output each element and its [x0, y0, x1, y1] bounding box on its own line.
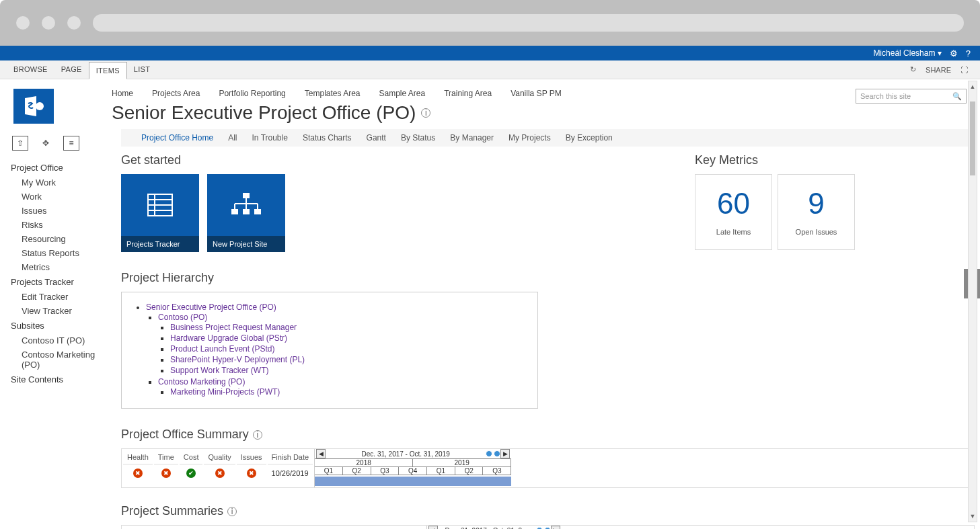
gantt-quarter: Q1 — [315, 467, 343, 475]
global-nav-item[interactable]: Templates Area — [305, 89, 361, 98]
nav-item[interactable]: Contoso IT (PO) — [11, 333, 112, 348]
search-icon[interactable]: 🔍 — [952, 92, 962, 101]
metric-value: 9 — [808, 189, 824, 218]
info-icon[interactable]: i — [227, 507, 237, 516]
doc-icon[interactable]: ≡ — [63, 136, 79, 151]
view-bar-item[interactable]: Status Charts — [303, 133, 352, 143]
gantt-next-icon[interactable]: ▶ — [500, 449, 510, 458]
svg-rect-6 — [243, 193, 250, 198]
hierarchy-link[interactable]: Marketing Mini-Projects (PWT) — [170, 387, 280, 397]
column-header[interactable]: Cost — [180, 450, 203, 464]
metric-label: Late Items — [716, 228, 751, 236]
global-nav-item[interactable]: Sample Area — [379, 89, 426, 98]
view-bar-item[interactable]: By Exception — [566, 133, 613, 143]
status-green-icon: ✔ — [186, 469, 196, 478]
view-bar-item[interactable]: By Manager — [450, 133, 494, 143]
gear-icon[interactable]: ⚙ — [950, 48, 958, 58]
column-header[interactable]: Issues — [237, 450, 266, 464]
share-button[interactable]: SHARE — [926, 66, 951, 74]
nav-item[interactable]: View Tracker — [11, 304, 112, 318]
nav-item[interactable]: My Work — [11, 175, 112, 190]
global-nav-item[interactable]: Portfolio Reporting — [219, 89, 285, 98]
scroll-up-icon[interactable]: ▲ — [969, 81, 977, 92]
fullscreen-icon[interactable]: ⛶ — [960, 66, 968, 74]
global-nav-item[interactable]: Training Area — [444, 89, 492, 98]
gantt-prev-icon[interactable]: ◀ — [428, 526, 438, 529]
sync-icon[interactable]: ↻ — [910, 65, 916, 74]
scroll-thumb[interactable] — [970, 101, 975, 175]
office-summary-title: Project Office Summary i — [121, 428, 975, 442]
nav-item[interactable]: Issues — [11, 204, 112, 218]
sharepoint-logo[interactable] — [13, 89, 54, 124]
ribbon-tab-page[interactable]: PAGE — [54, 61, 89, 79]
view-bar-item[interactable]: Project Office Home — [141, 133, 213, 143]
svg-rect-12 — [231, 209, 238, 214]
nav-item[interactable]: Metrics — [11, 260, 112, 274]
gantt-quarter: Q2 — [455, 467, 484, 475]
global-nav-item[interactable]: Projects Area — [152, 89, 200, 98]
column-header[interactable]: Quality — [204, 450, 235, 464]
hierarchy-link[interactable]: Contoso (PO) — [158, 313, 207, 322]
nav-item[interactable]: Status Reports — [11, 246, 112, 260]
metric-value: 60 — [717, 189, 750, 218]
hierarchy-link[interactable]: Contoso Marketing (PO) — [158, 377, 245, 386]
status-red-icon: ✖ — [161, 469, 171, 478]
ribbon-tab-browse[interactable]: BROWSE — [7, 61, 54, 79]
gantt-prev-icon[interactable]: ◀ — [316, 449, 326, 458]
tile-projects-tracker[interactable]: Projects Tracker — [121, 174, 199, 252]
move-icon[interactable]: ✥ — [38, 136, 54, 151]
global-nav-item[interactable]: Vanilla SP PM — [511, 89, 562, 98]
nav-section[interactable]: Projects Tracker — [11, 274, 112, 290]
search-placeholder: Search this site — [860, 92, 911, 100]
help-icon[interactable]: ? — [966, 48, 971, 58]
hierarchy-link[interactable]: SharePoint Hyper-V Deployment (PL) — [170, 355, 305, 364]
column-header[interactable]: Finish Date — [268, 450, 313, 464]
nav-section[interactable]: Subsites — [11, 318, 112, 333]
svg-rect-13 — [243, 209, 250, 214]
key-metrics-title: Key Metrics — [695, 153, 975, 167]
hierarchy-link[interactable]: Business Project Request Manager — [170, 323, 297, 332]
hierarchy-link[interactable]: Product Launch Event (PStd) — [170, 344, 274, 354]
info-icon[interactable]: i — [253, 430, 262, 440]
ribbon-tab-list[interactable]: LIST — [127, 61, 157, 79]
user-menu[interactable]: Micheál Clesham ▾ — [873, 48, 941, 58]
info-icon[interactable]: i — [421, 108, 430, 118]
column-header[interactable]: Time — [154, 450, 178, 464]
hierarchy-link[interactable]: Hardware Upgrade Global (PStr) — [170, 333, 287, 343]
page-title-text: Senior Executive Project Office (PO) — [112, 102, 416, 124]
vertical-scrollbar[interactable]: ▲ ▼ — [968, 81, 977, 522]
browser-dot — [67, 16, 81, 30]
nav-item[interactable]: Resourcing — [11, 232, 112, 246]
upload-icon[interactable]: ⇧ — [12, 136, 28, 151]
ribbon-tab-items[interactable]: ITEMS — [89, 62, 127, 79]
global-nav-item[interactable]: Home — [112, 89, 133, 98]
search-input[interactable]: Search this site 🔍 — [856, 89, 967, 104]
svg-rect-14 — [254, 209, 261, 214]
status-red-icon: ✖ — [247, 469, 256, 478]
nav-item[interactable]: Risks — [11, 218, 112, 232]
gantt-quarter: Q3 — [483, 467, 511, 475]
view-bar-item[interactable]: All — [228, 133, 237, 143]
nav-section[interactable]: Project Office — [11, 160, 112, 175]
browser-url-bar[interactable] — [93, 14, 964, 32]
metric-card[interactable]: 9Open Issues — [778, 174, 855, 250]
view-bar-item[interactable]: In Trouble — [252, 133, 288, 143]
hierarchy-link[interactable]: Support Work Tracker (WT) — [170, 366, 268, 375]
hierarchy-link[interactable]: Senior Executive Project Office (PO) — [146, 302, 276, 312]
view-bar-item[interactable]: My Projects — [508, 133, 551, 143]
view-bar-item[interactable]: Gantt — [367, 133, 386, 143]
gantt-next-icon[interactable]: ▶ — [551, 526, 560, 529]
scroll-down-icon[interactable]: ▼ — [969, 511, 977, 522]
nav-item[interactable]: Edit Tracker — [11, 290, 112, 304]
nav-item[interactable]: Contoso Marketing (PO) — [11, 348, 112, 372]
nav-section[interactable]: Site Contents — [11, 372, 112, 387]
metric-card[interactable]: 60Late Items — [695, 174, 772, 250]
nav-item[interactable]: Work — [11, 190, 112, 204]
gantt-bar[interactable] — [315, 477, 511, 486]
column-header[interactable]: Health — [123, 450, 153, 464]
browser-chrome — [0, 0, 980, 46]
suite-bar: Micheál Clesham ▾ ⚙ ? — [0, 46, 980, 60]
view-bar: Project Office HomeAllIn TroubleStatus C… — [121, 129, 975, 147]
view-bar-item[interactable]: By Status — [401, 133, 435, 143]
tile-new-project-site[interactable]: New Project Site — [207, 174, 285, 252]
